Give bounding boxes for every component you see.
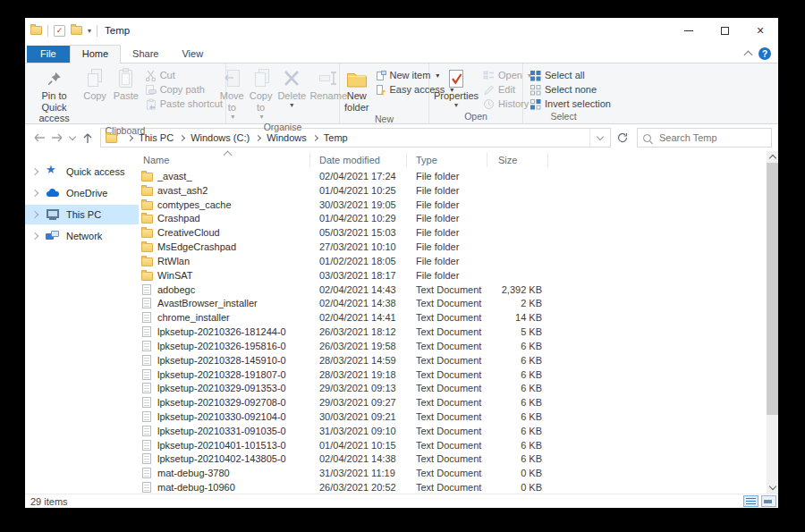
details-view-button[interactable] (743, 495, 758, 507)
help-icon[interactable]: ? (758, 47, 771, 60)
expand-chevron-icon[interactable] (31, 190, 38, 197)
table-row[interactable]: lpksetup-20210402-143805-0 02/04/2021 14… (139, 452, 767, 467)
tab-share[interactable]: Share (121, 46, 170, 63)
copy-to-button[interactable]: Copy to (247, 66, 275, 122)
file-icon (142, 355, 151, 366)
file-icon (142, 440, 151, 451)
table-row[interactable]: MsEdgeCrashpad 27/03/2021 10:10 File fol… (139, 240, 767, 254)
table-row[interactable]: avast_ash2 01/04/2021 10:25 File folder (139, 183, 767, 198)
paste-shortcut-button[interactable]: Paste shortcut (142, 97, 225, 111)
file-icon (142, 383, 151, 393)
file-name: chrome_installer (157, 312, 230, 323)
delete-icon (282, 67, 301, 90)
table-row[interactable]: lpksetup-20210330-092104-0 30/03/2021 09… (139, 410, 767, 424)
tab-home[interactable]: Home (70, 45, 121, 63)
table-row[interactable]: _avast_ 02/04/2021 17:24 File folder (139, 169, 767, 183)
collapse-ribbon-icon[interactable] (744, 51, 753, 60)
ribbon-group-organise: Move to Copy to Delete (226, 63, 340, 123)
delete-button[interactable]: Delete (275, 66, 309, 110)
move-to-button[interactable]: Move to (217, 66, 247, 122)
column-header-type[interactable]: Type (407, 153, 487, 167)
close-button[interactable]: × (742, 18, 778, 43)
table-row[interactable]: lpksetup-20210328-191807-0 28/03/2021 19… (139, 367, 767, 382)
sidebar-item[interactable]: Quick access (25, 162, 139, 182)
table-row[interactable]: lpksetup-20210331-091035-0 31/03/2021 09… (139, 424, 767, 438)
scroll-up-icon[interactable] (767, 151, 778, 163)
table-row[interactable]: lpksetup-20210329-092708-0 29/03/2021 09… (139, 395, 767, 410)
minimize-button[interactable] (671, 18, 707, 43)
invert-selection-button[interactable]: Invert selection (527, 97, 614, 111)
new-folder-button[interactable]: New folder (342, 66, 372, 114)
search-box[interactable] (637, 128, 772, 148)
table-row[interactable]: lpksetup-20210401-101513-0 01/04/2021 10… (139, 438, 767, 452)
table-row[interactable]: lpksetup-20210326-181244-0 26/03/2021 18… (139, 325, 767, 339)
sidebar-item[interactable]: OneDrive (25, 183, 139, 203)
new-item-icon (375, 70, 386, 81)
expand-chevron-icon[interactable] (31, 168, 38, 175)
address-dropdown-icon[interactable] (589, 129, 610, 147)
table-row[interactable]: RtWlan 01/02/2021 18:05 File folder (139, 254, 767, 268)
table-row[interactable]: lpksetup-20210328-145910-0 28/03/2021 14… (139, 353, 767, 367)
file-date-modified: 01/04/2021 10:25 (310, 185, 407, 196)
file-date-modified: 02/04/2021 14:41 (310, 312, 407, 323)
column-headers: Name Date modified Type Size (139, 151, 767, 169)
file-size: 6 KB (487, 411, 548, 422)
sidebar-item[interactable]: Network (25, 226, 139, 246)
cut-button[interactable]: Cut (142, 68, 225, 82)
properties-quick-icon[interactable]: ✓ (54, 25, 65, 37)
table-row[interactable]: AvastBrowser_installer 02/04/2021 14:38 … (139, 296, 767, 310)
file-name: lpksetup-20210331-091035-0 (157, 426, 286, 436)
file-icon (141, 258, 153, 266)
table-row[interactable]: CreativeCloud 05/03/2021 15:03 File fold… (139, 225, 767, 240)
table-row[interactable]: adobegc 02/04/2021 14:43 Text Document 2… (139, 283, 767, 297)
table-row[interactable]: lpksetup-20210326-195816-0 26/03/2021 19… (139, 339, 767, 353)
properties-button[interactable]: Properties (432, 66, 480, 110)
select-all-button[interactable]: Select all (527, 68, 614, 82)
table-row[interactable]: WinSAT 03/03/2021 18:17 File folder (139, 268, 767, 283)
expand-chevron-icon[interactable] (31, 232, 38, 240)
file-icon (141, 201, 153, 210)
window-title: Temp (105, 25, 130, 36)
pin-to-quick-access-button[interactable]: Pin to Quick access (29, 66, 80, 125)
file-type: Text Document (407, 284, 487, 295)
breadcrumb-item[interactable]: Temp (307, 132, 348, 143)
tab-view[interactable]: View (170, 46, 215, 63)
table-row[interactable]: Crashpad 01/04/2021 10:29 File folder (139, 211, 767, 225)
items-count: 29 items (30, 496, 68, 507)
scroll-down-icon[interactable] (767, 482, 778, 494)
table-row[interactable]: comtypes_cache 30/03/2021 19:05 File fol… (139, 198, 767, 212)
select-none-button[interactable]: Select none (527, 82, 614, 97)
sidebar-item[interactable]: This PC (25, 205, 139, 224)
paste-button[interactable]: Paste (110, 66, 142, 103)
invert-selection-icon (530, 98, 541, 110)
customize-toolbar-caret-icon[interactable]: ▾ (88, 27, 91, 35)
vertical-scrollbar[interactable] (767, 151, 778, 494)
column-header-size[interactable]: Size (487, 153, 548, 167)
large-icons-view-button[interactable] (761, 495, 776, 507)
table-row[interactable]: lpksetup-20210329-091353-0 29/03/2021 09… (139, 381, 767, 395)
file-type: File folder (407, 270, 487, 281)
ribbon: Pin to Quick access Copy Paste (25, 63, 778, 124)
table-row[interactable]: mat-debug-10960 26/03/2021 20:52 Text Do… (139, 480, 767, 494)
scrollbar-thumb[interactable] (767, 163, 778, 415)
maximize-button[interactable] (707, 18, 742, 43)
new-folder-quick-icon[interactable] (71, 26, 82, 35)
refresh-button[interactable] (611, 128, 634, 148)
file-date-modified: 30/03/2021 09:21 (310, 411, 407, 422)
file-name: lpksetup-20210329-091353-0 (157, 383, 286, 393)
copy-to-icon (251, 67, 271, 90)
expand-chevron-icon[interactable] (31, 211, 38, 218)
breadcrumb-item[interactable]: Windows (250, 132, 307, 143)
file-icon (142, 298, 151, 308)
file-date-modified: 02/04/2021 14:43 (310, 284, 407, 295)
tab-file[interactable]: File (27, 46, 70, 63)
file-type: Text Document (407, 355, 487, 366)
copy-button[interactable]: Copy (80, 66, 110, 103)
file-icon (142, 312, 151, 323)
table-row[interactable]: mat-debug-3780 31/03/2021 11:19 Text Doc… (139, 466, 767, 480)
table-row[interactable]: chrome_installer 02/04/2021 14:41 Text D… (139, 310, 767, 325)
column-header-date-modified[interactable]: Date modified (310, 153, 407, 167)
file-icon (142, 397, 151, 408)
copy-path-button[interactable]: Copy path (142, 82, 225, 97)
search-input[interactable] (657, 131, 766, 144)
